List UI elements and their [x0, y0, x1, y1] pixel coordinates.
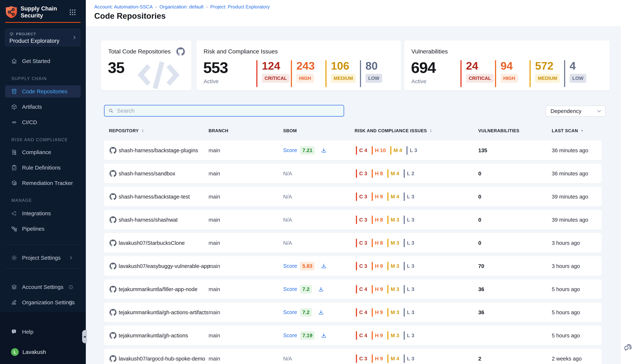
- breadcrumb-org-link[interactable]: Organization: default: [160, 4, 204, 10]
- sidebar-item-label: Artifacts: [22, 104, 42, 110]
- sidebar-item-label: Rule Definitions: [22, 164, 61, 171]
- risk-chip-high: H 9: [372, 331, 383, 340]
- severity-label: CRITICAL: [262, 74, 290, 83]
- repo-name[interactable]: tejakummarikuntla/gh-actions-artifacts: [119, 309, 203, 315]
- table-row[interactable]: lavakush07/easybuggy-vulnerable-app... m…: [104, 256, 602, 276]
- repo-name[interactable]: shash-harness/sandbox: [119, 170, 175, 176]
- info-icon[interactable]: [68, 285, 73, 290]
- column-header-repository[interactable]: REPOSITORY: [109, 128, 145, 133]
- risk-chip-medium: M 4: [390, 146, 402, 155]
- sidebar-item-pipelines[interactable]: Pipelines: [5, 223, 81, 235]
- risk-chip-critical: C 4: [356, 146, 367, 155]
- risk-chip-medium: M 3: [387, 331, 399, 340]
- risk-chips: C 4H 9M 3L 3: [356, 285, 414, 294]
- user-menu[interactable]: L Lavakush: [5, 346, 81, 358]
- sbom-score-badge: 5.83: [300, 262, 315, 270]
- table-row[interactable]: shash-harness/shashwat main N/A C 3H 8M …: [104, 210, 602, 230]
- sidebar-item-project-settings[interactable]: Project Settings: [5, 252, 81, 264]
- severity-bar: [372, 169, 373, 178]
- sbom-score-badge: 7.19: [300, 331, 315, 340]
- repo-name[interactable]: lavakush07/StarbucksClone: [119, 240, 185, 246]
- active-label: Active: [204, 78, 219, 84]
- table-row[interactable]: tejakummarikuntla/filler-app-node main S…: [104, 279, 602, 299]
- sbom-cell: Score7.2: [283, 285, 324, 294]
- sidebar-item-organization-settings[interactable]: Organization Settings: [5, 296, 81, 308]
- repo-name[interactable]: shash-harness/backstage-test: [119, 194, 190, 200]
- diamond-arrows-icon: [11, 210, 17, 216]
- sidebar-item-code-repositories[interactable]: Code Repositories: [5, 86, 81, 98]
- filter-dropdown[interactable]: Dependency: [546, 106, 606, 116]
- repo-name[interactable]: tejakummarikuntla/filler-app-node: [119, 286, 198, 292]
- sbom-score-link[interactable]: Score: [283, 147, 297, 153]
- info-icon[interactable]: [68, 300, 73, 305]
- download-sbom-icon[interactable]: [321, 263, 327, 269]
- project-cube-icon: [9, 32, 14, 36]
- table-row[interactable]: lavakush07/argocd-hub-spoke-demo main N/…: [104, 349, 602, 364]
- breadcrumb-account-link[interactable]: Account: Automation-SSCA: [94, 4, 153, 10]
- sidebar-item-compliance[interactable]: Compliance: [5, 146, 81, 158]
- table-row[interactable]: shash-harness/backstage-test main N/A C …: [104, 187, 602, 206]
- severity-label: CRITICAL: [466, 74, 494, 83]
- branch-name: main: [209, 147, 220, 153]
- severity-bar: [404, 192, 405, 201]
- repo-name[interactable]: shash-harness/backstage-plugins: [119, 147, 198, 153]
- header-label: REPOSITORY: [109, 128, 139, 133]
- project-selector[interactable]: PROJECT Product Exploratory: [5, 29, 80, 46]
- severity-bar: [372, 308, 373, 316]
- sidebar-item-help[interactable]: Help: [5, 326, 81, 338]
- risk-chip-high: H 8: [372, 216, 383, 224]
- table-row[interactable]: shash-harness/sandbox main N/A C 3H 8M 4…: [104, 164, 602, 183]
- severity-count: 106: [331, 60, 360, 72]
- app-brand[interactable]: Supply Chain Security: [6, 5, 57, 19]
- sidebar-item-integrations[interactable]: Integrations: [5, 207, 81, 220]
- search-input[interactable]: [117, 108, 340, 114]
- sbom-score-link[interactable]: Score: [283, 309, 297, 315]
- code-brackets-watermark: [136, 60, 182, 90]
- chevron-right-icon: [72, 35, 77, 40]
- last-scan: 39 minutes ago: [552, 217, 588, 223]
- severity-critical: 124CRITICAL: [256, 60, 291, 87]
- download-sbom-icon[interactable]: [318, 286, 324, 292]
- vulnerability-count: 36: [478, 309, 484, 315]
- sidebar-item-label: Pipelines: [22, 226, 45, 232]
- sidebar-item-remediation-tracker[interactable]: Remediation Tracker: [5, 177, 81, 189]
- sort-icon: [141, 129, 145, 132]
- vulns-severity-list: 24CRITICAL94HIGH572MEDIUM4LOW: [460, 60, 599, 87]
- download-sbom-icon[interactable]: [318, 310, 324, 315]
- repo-name[interactable]: shash-harness/shashwat: [119, 217, 178, 223]
- repo-name[interactable]: tejakummarikuntla/gh-actions: [119, 332, 188, 338]
- sidebar-item-artifacts[interactable]: Artifacts: [5, 101, 81, 113]
- risk-chip-high: H 9: [372, 354, 383, 363]
- sidebar-item-rule-definitions[interactable]: Rule Definitions: [5, 162, 81, 174]
- sbom-score-link[interactable]: Score: [283, 286, 297, 292]
- apps-grid-icon[interactable]: [69, 8, 77, 16]
- column-header-risk[interactable]: RISK AND COMPLIANCE ISSUES: [355, 128, 433, 133]
- column-header-last-scan[interactable]: LAST SCAN: [552, 128, 584, 133]
- severity-high: 94HIGH: [495, 60, 529, 87]
- sidebar-item-label: Code Repositories: [22, 88, 68, 94]
- sidebar-item-cicd[interactable]: CI/CD: [5, 116, 81, 128]
- sidebar-item-label: Compliance: [22, 149, 51, 155]
- table-row[interactable]: shash-harness/backstage-plugins main Sco…: [104, 140, 602, 160]
- sidebar-collapse-handle[interactable]: ◀: [82, 330, 87, 343]
- sidebar-item-label: Get Started: [22, 58, 50, 64]
- search-box: [104, 105, 344, 116]
- branch-name: main: [209, 332, 220, 338]
- sidebar-item-account-settings[interactable]: Account Settings: [5, 281, 81, 293]
- table-row[interactable]: tejakummarikuntla/gh-actions main Score7…: [104, 326, 602, 345]
- sbom-score-link[interactable]: Score: [283, 263, 297, 269]
- sbom-score-link[interactable]: Score: [283, 332, 297, 338]
- download-sbom-icon[interactable]: [321, 332, 327, 338]
- gear-icon: [11, 255, 17, 261]
- table-row[interactable]: lavakush07/StarbucksClone main N/A C 3H …: [104, 233, 602, 253]
- table-row[interactable]: tejakummarikuntla/gh-actions-artifacts m…: [104, 302, 602, 322]
- repo-name[interactable]: lavakush07/argocd-hub-spoke-demo: [119, 356, 203, 362]
- breadcrumb-project-link[interactable]: Project: Product Exploratory: [210, 4, 270, 10]
- support-chat-icon[interactable]: [623, 342, 632, 352]
- sidebar-item-get-started[interactable]: Get Started: [5, 55, 81, 67]
- severity-bar: [372, 146, 373, 155]
- risk-chip-high: H 10: [372, 146, 386, 155]
- repo-name[interactable]: lavakush07/easybuggy-vulnerable-app...: [119, 263, 203, 269]
- download-sbom-icon[interactable]: [321, 148, 327, 153]
- sbom-na: N/A: [283, 217, 292, 223]
